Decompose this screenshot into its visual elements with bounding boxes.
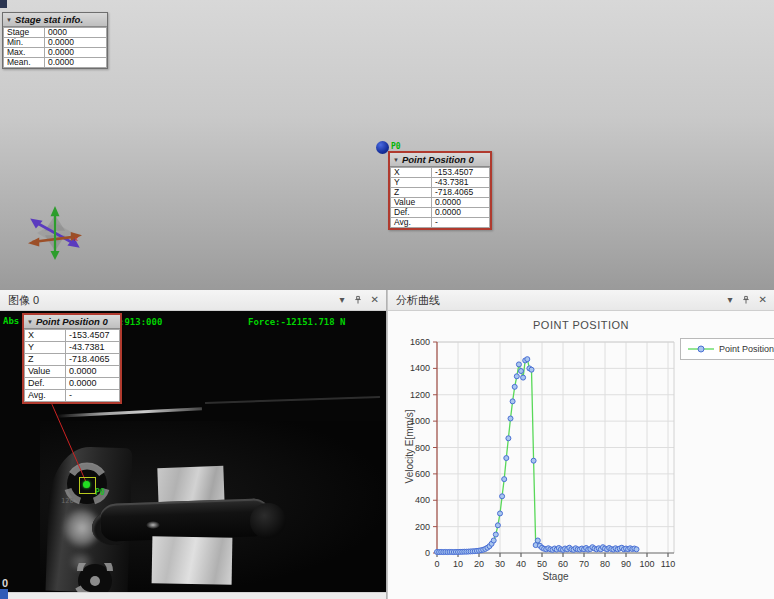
table-row: X-153.4507 [25,330,120,342]
svg-text:90: 90 [621,559,631,569]
cell-value: 0.0000 [45,58,107,68]
legend-marker [688,344,714,354]
image-panel-header[interactable]: 图像 0 ▾ ✕ [0,290,386,311]
cell-label: Z [25,354,66,366]
analysis-panel: 分析曲线 ▾ ✕ POINT POSITION Velocity E[mm/s]… [388,290,774,599]
data-point[interactable] [506,436,511,441]
close-icon[interactable]: ✕ [759,295,767,305]
table-row: Z-718.4065 [391,188,490,198]
data-point[interactable] [491,538,496,543]
pin-icon[interactable] [742,295,750,305]
svg-text:20: 20 [474,559,484,569]
table-row: Y-43.7381 [25,342,120,354]
chart-area: POINT POSITION Velocity E[mm/s] 01020304… [388,311,774,599]
table-row: Z-718.4065 [25,354,120,366]
table-header[interactable]: ▼ Point Position 0 [24,315,120,329]
cell-value: 0.0000 [66,366,120,378]
data-point[interactable] [531,458,536,463]
cell-label: Min. [4,38,45,48]
point-marker-label: P0 [391,142,401,151]
data-point[interactable] [519,369,524,374]
bottom-dock: 图像 0 ▾ ✕ [0,290,774,599]
data-point[interactable] [504,456,509,461]
data-point[interactable] [512,384,517,389]
legend-label: Point Position 0 [719,344,774,354]
collapse-icon[interactable]: ▼ [27,319,33,325]
close-icon[interactable]: ✕ [371,295,379,305]
table-row: Def.0.0000 [25,378,120,390]
dropdown-icon[interactable]: ▾ [728,295,733,305]
cell-label: X [25,330,66,342]
svg-text:1600: 1600 [410,337,430,347]
collapse-icon[interactable]: ▼ [6,17,12,23]
svg-text:1400: 1400 [410,363,430,373]
table-row: Value0.0000 [25,366,120,378]
cell-value: -718.4065 [432,188,490,198]
cell-value: -153.4507 [432,168,490,178]
x-axis-label: Stage [437,571,674,582]
svg-text:50: 50 [537,559,547,569]
data-point[interactable] [521,375,526,380]
table-title: Point Position 0 [402,154,474,165]
cell-label: X [391,168,432,178]
table-row: Def.0.0000 [391,208,490,218]
cell-value: 0.0000 [432,208,490,218]
data-point[interactable] [529,367,534,372]
stage-stat-table: ▼ Stage stat info. Stage0000Min.0.0000Ma… [2,12,108,69]
tracking-marker[interactable] [79,477,96,494]
time-text: :913:000 [119,317,162,327]
table-row: Avg.- [391,218,490,228]
data-point[interactable] [516,362,521,367]
point-table-body: X-153.4507Y-43.7381Z-718.4065Value0.0000… [390,167,490,228]
data-point[interactable] [525,357,530,362]
table-row: Y-43.7381 [391,178,490,188]
svg-text:1200: 1200 [410,390,430,400]
cell-label: Stage [4,28,45,38]
data-point[interactable] [493,532,498,537]
data-point[interactable] [508,416,513,421]
cell-label: Max. [4,48,45,58]
table-row: Stage0000 [4,28,107,38]
table-title: Stage stat info. [15,14,83,25]
corner-accent [0,589,8,599]
cell-label: Value [391,198,432,208]
table-row: Min.0.0000 [4,38,107,48]
data-point[interactable] [535,538,540,543]
svg-text:800: 800 [415,443,430,453]
point-table-body: X-153.4507Y-43.7381Z-718.4065Value0.0000… [24,329,120,402]
cell-label: Y [391,178,432,188]
stat-table-body: Stage0000Min.0.0000Max.0.0000Mean.0.0000 [3,27,107,68]
data-point[interactable] [495,523,500,528]
data-point[interactable] [502,477,507,482]
legend-box[interactable]: Point Position 0 [680,338,774,360]
camera-image[interactable]: 120 0 P0 Abs T :913:000 Force:-12151.718… [0,311,386,592]
axis-gizmo[interactable] [28,206,82,260]
app-window: { "viewport": { "stat_table": { "title":… [0,0,774,599]
svg-text:0: 0 [425,548,430,558]
data-point[interactable] [514,374,519,379]
tracking-marker-dot [83,481,90,488]
cell-value: -43.7381 [432,178,490,188]
svg-text:60: 60 [558,559,568,569]
cell-value: -153.4507 [66,330,120,342]
table-title: Point Position 0 [36,316,108,327]
cell-value: 0.0000 [45,48,107,58]
point-position-table-image: ▼ Point Position 0 X-153.4507Y-43.7381Z-… [22,313,122,404]
cell-value: 0.0000 [66,378,120,390]
dropdown-icon[interactable]: ▾ [340,295,345,305]
viewport-3d[interactable]: ▼ Stage stat info. Stage0000Min.0.0000Ma… [0,0,774,291]
table-row: X-153.4507 [391,168,490,178]
analysis-panel-header[interactable]: 分析曲线 ▾ ✕ [388,290,774,311]
data-point[interactable] [500,494,505,499]
collapse-icon[interactable]: ▼ [393,157,399,163]
data-point[interactable] [510,399,515,404]
pin-icon[interactable] [354,295,362,305]
svg-text:110: 110 [661,559,675,569]
data-point[interactable] [498,511,503,516]
cell-label: Z [391,188,432,198]
cell-value: - [432,218,490,228]
data-point[interactable] [634,547,639,552]
table-header[interactable]: ▼ Point Position 0 [390,153,490,167]
cell-label: Avg. [391,218,432,228]
table-header[interactable]: ▼ Stage stat info. [3,13,107,27]
